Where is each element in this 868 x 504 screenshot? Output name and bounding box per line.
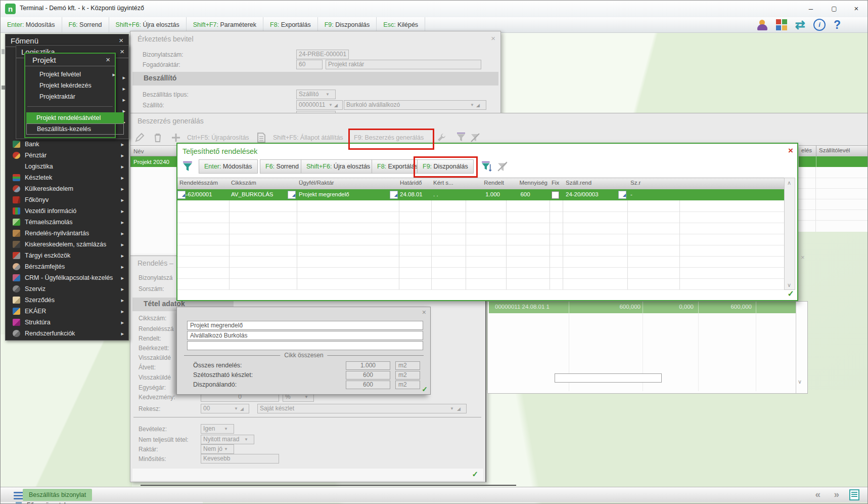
chevron-down-icon[interactable]: ▼ — [326, 92, 330, 97]
chevron-down-icon[interactable]: ▼ — [470, 103, 474, 107]
nav-forward-icon[interactable]: » — [834, 489, 839, 500]
sidebar-item-kiskereskedelem[interactable]: Kiskereskedelem, számlázás▸ — [7, 239, 128, 250]
tipus-combo[interactable]: Szállító — [296, 90, 336, 99]
nev-row[interactable]: Projekt 20240 — [130, 156, 177, 167]
chevron-down-icon[interactable]: ▼ — [244, 437, 248, 442]
info-icon[interactable]: i — [813, 19, 826, 31]
chevron-down-icon[interactable]: ▼ — [329, 103, 333, 107]
sidebar-item-penztar[interactable]: Pénztár▸ — [7, 150, 128, 161]
extra-field[interactable] — [187, 341, 423, 350]
sidebar-item-logisztika[interactable]: Logisztika▸ — [7, 161, 128, 172]
diszponalando-value[interactable]: 600 — [346, 381, 390, 389]
popup-ujra-elosztas-button[interactable]: Shift+F6: Újra elosztás — [301, 159, 376, 174]
ugyfel-field[interactable]: Projekt megrendelő — [187, 321, 423, 330]
toolbar-kilepes[interactable]: Esc: Kilépés — [377, 17, 425, 32]
chevron-down-icon[interactable]: ▼ — [234, 406, 238, 411]
bg-selected-row[interactable]: 00000011 24.08.01 1 600,000 0,000 600,00… — [489, 302, 796, 313]
tab-beszallitas-bizonylat[interactable]: Beszállítás bizonylat — [23, 489, 92, 501]
sidebar-item-kulkereskedelem[interactable]: Külkereskedelem▸ — [7, 183, 128, 194]
col-ugyfel-raktar[interactable]: Ügyfél/Raktár — [299, 180, 334, 186]
osszes-rendeles-value[interactable]: 1.000 — [346, 361, 390, 370]
sidebar-item-keszletek[interactable]: Készletek▸ — [7, 172, 128, 183]
toolbar-diszponalas[interactable]: F9: Diszponálás — [318, 17, 377, 32]
confirm-check-icon[interactable]: ✓ — [472, 470, 478, 479]
col-szr[interactable]: Sz.r — [630, 180, 641, 186]
menu-item-projektraktar[interactable]: Projektraktár — [29, 91, 119, 102]
sidebar-item-vezetoi-informacio[interactable]: Vezetői információ▸ — [7, 205, 128, 217]
logisztika-close-icon[interactable]: × — [120, 47, 124, 56]
bizonylatszam-field[interactable]: 24-PRBE-000001 — [296, 50, 349, 59]
toolbar-sorrend[interactable]: F6: Sorrend — [62, 17, 109, 32]
toolbar-modositas[interactable]: Enter: Módosítás — [1, 17, 62, 32]
scroll-down-icon[interactable]: ∨ — [785, 280, 794, 289]
sidebar-item-ekaer[interactable]: EKÁER▸ — [7, 306, 128, 317]
chevron-down-icon[interactable]: ▼ — [450, 406, 454, 411]
szallito-name-combo[interactable]: Burkoló alvállalkozó — [344, 100, 486, 110]
popup-scrollbar[interactable]: ∧ ∨ — [784, 178, 795, 290]
cikknev-field[interactable]: Alvállalkozó Burkolás — [187, 331, 423, 340]
rendeles-column-header[interactable]: elés — [801, 147, 812, 153]
col-kert[interactable]: Kért s... — [433, 180, 453, 186]
detail-triangle-icon[interactable]: ◢ — [476, 103, 480, 108]
document-icon[interactable] — [257, 133, 266, 143]
nev-column-header[interactable]: Név — [130, 145, 177, 156]
sidebar-item-targyi-eszkozok[interactable]: Tárgyi eszközök▸ — [7, 250, 128, 261]
erkeztetes-close-icon[interactable]: × — [491, 34, 495, 43]
popup-sorrend-button[interactable]: F6: Sorrend — [260, 159, 304, 174]
popup-modositas-button[interactable]: Enter: Módosítás — [199, 159, 258, 174]
maximize-button[interactable]: ▢ — [823, 1, 845, 17]
menu-item-beszallitas-kezeles[interactable]: Beszállítás-kezelés — [26, 123, 124, 135]
switch-user-icon[interactable]: ⇄ — [795, 19, 805, 30]
fomenu-close-icon[interactable]: × — [119, 36, 123, 45]
detail-input[interactable] — [555, 373, 662, 383]
sidebar-item-rendeles-nyilvantartas[interactable]: Rendelés-nyilvántartás▸ — [7, 228, 128, 239]
wrench-icon[interactable] — [437, 133, 447, 143]
toolbar-exportalas[interactable]: F8: Exportálás — [263, 17, 318, 32]
sidebar-item-bank[interactable]: Bank▸ — [7, 139, 128, 150]
osszes-rendeles-unit[interactable]: m2 — [395, 361, 420, 370]
filter-icon[interactable] — [456, 133, 466, 143]
add-icon[interactable] — [171, 133, 181, 143]
bg-table-selected-row[interactable] — [799, 156, 868, 167]
rekesz-name-combo[interactable]: Saját készlet — [257, 404, 467, 413]
bevetelez-combo[interactable]: Igen — [201, 424, 234, 434]
sidebar-item-fokonyv[interactable]: Főkönyv▸ — [7, 194, 128, 205]
szetoszthato-value[interactable]: 600 — [346, 371, 390, 380]
popup-confirm-check-icon[interactable]: ✓ — [788, 289, 794, 299]
chevron-down-icon[interactable]: ▼ — [304, 395, 308, 399]
menu-item-projekt-rendelesatvetel[interactable]: Projekt rendelésátvétel — [26, 112, 124, 123]
small-popup-check-icon[interactable]: ✓ — [422, 385, 428, 393]
popup-selected-row[interactable]: 24-62/00001◢ AV_BURKOLÁS◢ Projekt megren… — [177, 189, 786, 200]
col-hatarido[interactable]: Határidő — [400, 180, 422, 186]
minosites-field[interactable]: Kevesebb — [201, 454, 279, 464]
detail-triangle-icon[interactable]: ◢ — [177, 191, 186, 199]
fogadoraktar-code-field[interactable]: 60 — [296, 60, 323, 69]
menu-item-projekt-lekerdezes[interactable]: Projekt lekérdezés — [29, 80, 119, 91]
document-list-icon[interactable] — [849, 489, 859, 500]
nav-back-icon[interactable]: « — [815, 489, 820, 500]
sidebar-item-struktura[interactable]: Struktúra▸ — [7, 317, 128, 328]
sidebar-item-szerviz[interactable]: Szerviz▸ — [7, 283, 128, 295]
scroll-down-icon[interactable]: ∨ — [798, 379, 802, 385]
toolbar-ujra-elosztas[interactable]: Shift+F6: Újra elosztás — [109, 17, 187, 32]
szetoszthato-unit[interactable]: m2 — [395, 371, 420, 380]
sidebar-item-temaelszamolas[interactable]: Témaelszámolás▸ — [7, 217, 128, 228]
sidebar-item-szerzodes[interactable]: Szerződés▸ — [7, 295, 128, 306]
detail-triangle-icon[interactable]: ◢ — [618, 191, 626, 199]
diszponalando-unit[interactable]: m2 — [395, 381, 420, 389]
user-icon[interactable] — [757, 19, 768, 30]
detail-triangle-icon[interactable]: ◢ — [334, 103, 338, 108]
bg-window-close-icon[interactable]: × — [801, 254, 805, 261]
filter-clear-icon[interactable] — [470, 133, 480, 143]
sidebar-item-berszamfejtes[interactable]: Bérszámfejtés▸ — [7, 261, 128, 272]
filter-clear-icon[interactable] — [497, 161, 508, 172]
minimize-button[interactable]: – — [800, 1, 822, 17]
col-szall-rend[interactable]: Száll.rend — [566, 180, 591, 186]
modules-grid-icon[interactable] — [776, 19, 787, 30]
sidebar-item-rendszerfunkciok[interactable]: Rendszerfunkciók▸ — [7, 328, 128, 339]
filter-icon[interactable] — [182, 161, 193, 172]
fogadoraktar-name-field[interactable]: Projekt raktár — [326, 60, 481, 69]
col-fix[interactable]: Fix — [552, 180, 559, 186]
menu-item-projekt-felvetel[interactable]: Projekt felvétel▸ — [29, 69, 119, 80]
fix-checkbox[interactable] — [552, 191, 559, 199]
